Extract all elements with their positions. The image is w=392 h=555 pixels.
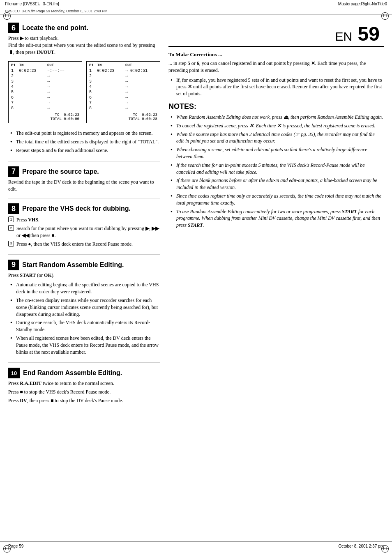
- step8-sub3: 3 Press ●, then the VHS deck enters the …: [8, 240, 160, 249]
- footer-page-num: Page 59: [8, 544, 23, 548]
- note2: To cancel the registered scene, press ✕.…: [171, 122, 384, 130]
- reg-mark-tl: +: [3, 12, 11, 20]
- tc-row-1-5: 5→: [11, 90, 79, 95]
- step-8-header: 8 Prepare the VHS deck for dubbing.: [8, 203, 160, 214]
- step-8-title: Prepare the VHS deck for dubbing.: [22, 205, 131, 212]
- tc-col-in1: IN: [19, 63, 47, 67]
- tc-table-2-footer: TC 0:02:23TOTAL 0:00:28: [89, 112, 157, 121]
- filename-label: Filename [DVS3EU_3-EN.fm]: [5, 2, 59, 6]
- step8-sub1: 1 Press VHS.: [8, 216, 160, 224]
- step9-bullets: Automatic editing begins; all the specif…: [10, 281, 160, 356]
- left-column: 6 Locate the end point. Press ▶ to start…: [8, 23, 160, 415]
- tc-table-1: P1 IN OUT 1 0:02:23 –:––:–– 2→ 3→ 4→ 5→ …: [8, 61, 82, 123]
- note6: If there are blank portions before or af…: [171, 176, 384, 192]
- footer-date: October 8, 2001 2:37 pm: [338, 544, 384, 548]
- step9-body: Press START (or OK).: [8, 272, 160, 279]
- step-9-header: 9 Start Random Assemble Editing.: [8, 260, 160, 270]
- tc-table-2-header: P1 IN OUT: [89, 63, 157, 67]
- tc-row-2-1: 1 0:02:23 → 0:02:51: [89, 68, 157, 74]
- sub-header: DVS3EU_3-EN.fm Page 59 Monday, October 8…: [0, 8, 392, 14]
- tc-row-2-3: 3→: [89, 79, 157, 84]
- step-6-title: Locate the end point.: [22, 24, 88, 32]
- en-label: EN: [335, 30, 353, 43]
- tc-row-2-7: 7→: [89, 100, 157, 106]
- step-10-header: 10 End Random Assemble Editing.: [8, 368, 160, 378]
- step9-bullet4: When all registered scenes have been edi…: [10, 334, 160, 356]
- main-content: 6 Locate the end point. Press ▶ to start…: [0, 18, 392, 419]
- corrections-title: To Make Corrections ...: [168, 51, 384, 58]
- notes-title: NOTES:: [168, 102, 384, 111]
- right-column: EN 59 To Make Corrections ... ... in ste…: [168, 23, 384, 415]
- sub-header-text: DVS3EU_3-EN.fm Page 59 Monday, October 8…: [5, 9, 107, 13]
- reg-mark-tr: +: [381, 12, 389, 20]
- notes-list: When Random Assemble Editing does not wo…: [171, 113, 384, 230]
- tc-tables-wrapper: P1 IN OUT 1 0:02:23 –:––:–– 2→ 3→ 4→ 5→ …: [8, 58, 160, 127]
- step-10-section: 10 End Random Assemble Editing. Press R.…: [8, 368, 160, 410]
- tc-row-1-6: 6→: [11, 95, 79, 100]
- tc-row-1-2: 2→: [11, 74, 79, 79]
- step6-bullet2: The total time of the edited scenes is d…: [10, 138, 160, 146]
- top-header: Filename [DVS3EU_3-EN.fm] Masterpage:Rig…: [0, 0, 392, 8]
- tc-row-1-8: 8→: [11, 106, 79, 111]
- tc-row-1-7: 7→: [11, 100, 79, 106]
- note5: If the search time for an in-point excee…: [171, 161, 384, 177]
- tc-table-1-footer: TC 0:02:23TOTAL 0:00:00: [11, 112, 79, 121]
- tc-row-1-1: 1 0:02:23 –:––:––: [11, 68, 79, 74]
- step-7-number: 7: [8, 166, 19, 177]
- step-6-section: 6 Locate the end point. Press ▶ to start…: [8, 23, 160, 161]
- tc-table-2: P1 IN OUT 1 0:02:23 → 0:02:51 2→ 3→ 4→ 5…: [86, 61, 160, 123]
- page-footer: Page 59 October 8, 2001 2:37 pm: [0, 541, 392, 551]
- corrections-bullets: If, for example, you have registered 5 s…: [171, 76, 384, 98]
- corrections-bullet1: If, for example, you have registered 5 s…: [171, 76, 384, 98]
- step-9-title: Start Random Assemble Editing.: [22, 261, 124, 269]
- tc-row-1-4: 4→: [11, 84, 79, 90]
- step-9-section: 9 Start Random Assemble Editing. Press S…: [8, 260, 160, 363]
- note3: When the source tape has more than 2 ide…: [171, 130, 384, 146]
- note7: Since time codes register time only as a…: [171, 192, 384, 207]
- step10-body2: Press ■ to stop the VHS deck's Record Pa…: [8, 389, 160, 396]
- tc-row-2-5: 5→: [89, 90, 157, 95]
- step-7-title: Prepare the source tape.: [22, 168, 99, 175]
- step6-bullets: The edit-out point is registered in memo…: [10, 129, 160, 154]
- step8-substeps: 1 Press VHS. 2 Search for the point wher…: [8, 216, 160, 248]
- step-7-section: 7 Prepare the source tape. Rewind the ta…: [8, 166, 160, 199]
- step-6-number: 6: [8, 23, 19, 33]
- tc-row-1-3: 3→: [11, 79, 79, 84]
- step9-bullet3: During scene search, the VHS deck automa…: [10, 318, 160, 334]
- step6-body1: Press ▶ to start playback. Find the edit…: [8, 35, 160, 55]
- step7-body: Rewind the tape in the DV deck to the be…: [8, 179, 160, 193]
- step9-bullet1: Automatic editing begins; all the specif…: [10, 281, 160, 296]
- step-7-header: 7 Prepare the source tape.: [8, 166, 160, 177]
- step-10-number: 10: [8, 368, 20, 378]
- tc-col-p1: P1: [11, 63, 19, 67]
- note8: To use Random Assemble Editing consecuti…: [171, 207, 384, 230]
- note4: When choosing a scene, set edit-in and e…: [171, 145, 384, 161]
- step10-body3: Press DV, then press ■ to stop the DV de…: [8, 397, 160, 404]
- tc-table-1-header: P1 IN OUT: [11, 63, 79, 67]
- step-10-title: End Random Assemble Editing.: [23, 369, 122, 377]
- step6-bullet3: Repeat steps 5 and 6 for each additional…: [10, 146, 160, 155]
- reg-mark-circle-tl: +: [3, 12, 11, 20]
- step10-body1: Press R.A.EDIT twice to return to the no…: [8, 380, 160, 387]
- tc-row-2-8: 8→: [89, 106, 157, 111]
- corrections-body: ... in step 5 or 6, you can cancel regis…: [168, 60, 384, 74]
- page-number: 59: [358, 23, 380, 45]
- note1: When Random Assemble Editing does not wo…: [171, 113, 384, 122]
- step-6-header: 6 Locate the end point.: [8, 23, 160, 33]
- step-8-section: 8 Prepare the VHS deck for dubbing. 1 Pr…: [8, 203, 160, 254]
- tc-col-out1: OUT: [47, 63, 79, 67]
- tc-row-2-2: 2→: [89, 74, 157, 79]
- page-title-en: EN 59: [168, 23, 384, 47]
- masterpage-label: Masterpage:Right-NoTitle0: [338, 2, 387, 6]
- reg-mark-circle-tr: +: [381, 12, 389, 20]
- step-8-number: 8: [8, 203, 19, 214]
- step9-bullet2: The on-screen display remains while your…: [10, 296, 160, 318]
- step6-bullet1: The edit-out point is registered in memo…: [10, 129, 160, 138]
- tc-row-2-6: 6→: [89, 95, 157, 100]
- tc-row-2-4: 4→: [89, 84, 157, 90]
- step-9-number: 9: [8, 260, 19, 270]
- step8-sub2: 2 Search for the point where you want to…: [8, 224, 160, 240]
